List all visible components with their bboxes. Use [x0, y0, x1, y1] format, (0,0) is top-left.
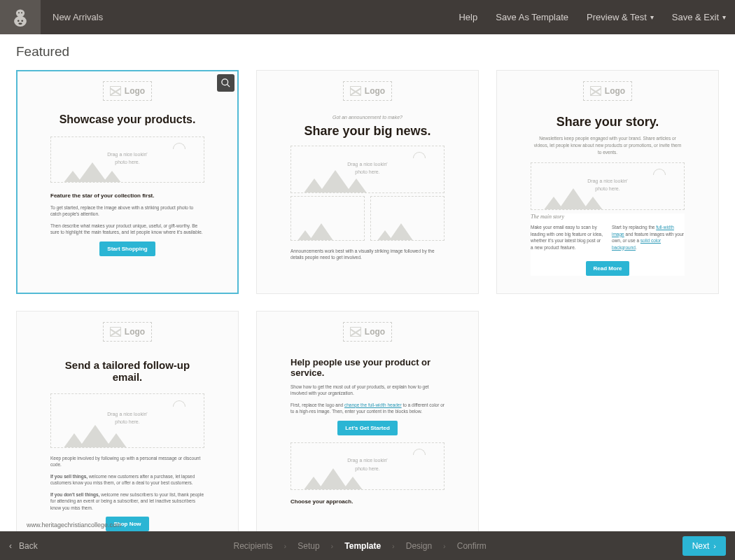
footer-note: Announcements work best with a visually … [290, 248, 444, 261]
svg-point-3 [21, 20, 23, 22]
template-heading: Send a tailored follow-up email. [50, 359, 204, 383]
template-desc: Newsletters keep people engaged with you… [531, 135, 685, 155]
logo-placeholder: Logo [103, 322, 152, 342]
image-placeholder: Drag a nice lookin'photo here. [50, 393, 204, 448]
image-row [290, 196, 444, 241]
template-grid: Logo Showcase your products. Drag a nice… [16, 70, 719, 531]
template-card-educate[interactable]: Logo Help people use your product or ser… [256, 311, 479, 531]
svg-point-6 [21, 12, 22, 13]
body-para: Then describe what makes your product un… [50, 223, 204, 236]
svg-point-4 [18, 22, 22, 24]
body-para: First, replace the logo and change the f… [290, 402, 444, 415]
preview-test-dropdown[interactable]: Preview & Test▾ [578, 0, 663, 34]
canvas: Featured Logo Showcase your products. Dr… [0, 34, 735, 531]
logo-placeholder: Logo [343, 81, 392, 101]
template-heading: Share your big news. [290, 124, 444, 139]
monkey-icon [10, 7, 30, 28]
chevron-right-icon: › [713, 542, 716, 550]
approach-heading: Choose your approach. [290, 498, 444, 505]
mailchimp-logo[interactable] [0, 0, 41, 34]
cta-button: Start Shopping [99, 241, 155, 256]
template-card-follow-up[interactable]: Logo Send a tailored follow-up email. Dr… [16, 311, 239, 531]
chevron-left-icon: ‹ [9, 541, 12, 551]
body-para: Keep people involved by following up wit… [50, 455, 204, 468]
svg-line-8 [227, 84, 230, 87]
back-button[interactable]: ‹ Back [9, 541, 38, 551]
template-heading: Showcase your products. [50, 113, 204, 126]
image-placeholder: Drag a nice lookin'photo here. [290, 146, 444, 193]
body-para: Show how to get the most out of your pro… [290, 384, 444, 397]
logo-placeholder: Logo [583, 81, 632, 101]
logo-placeholder: Logo [343, 322, 392, 342]
topbar: New Arrivals Help Save As Template Previ… [0, 0, 735, 34]
image-placeholder: Drag a nice lookin'photo here. [50, 136, 204, 183]
cta-button: Let's Get Started [337, 421, 398, 435]
save-exit-dropdown[interactable]: Save & Exit▾ [663, 0, 735, 34]
template-heading: Help people use your product or service. [290, 357, 444, 378]
top-right-menu: Help Save As Template Preview & Test▾ Sa… [449, 0, 735, 34]
svg-point-0 [14, 15, 27, 26]
step-recipients[interactable]: Recipients [234, 541, 273, 551]
step-breadcrumb: Recipients› Setup› Template› Design› Con… [234, 541, 486, 551]
svg-point-5 [18, 12, 20, 13]
story-col: Start by replacing the full-width image … [612, 224, 685, 251]
svg-point-2 [18, 20, 20, 22]
step-setup[interactable]: Setup [298, 541, 319, 551]
story-col: Make your email easy to scan by leading … [531, 224, 603, 251]
chevron-down-icon: ▾ [722, 13, 726, 21]
image-placeholder: Drag a nice lookin'photo here. [531, 162, 685, 210]
body-para: If you don't sell things, welcome new su… [50, 491, 204, 511]
template-card-tell-story[interactable]: Logo Share your story. Newsletters keep … [496, 70, 719, 294]
lead-text: Feature the star of your collection firs… [50, 192, 204, 199]
help-link[interactable]: Help [449, 0, 486, 34]
cta-button: Read More [586, 261, 630, 276]
watermark: www.heritagechristiancollege.com [27, 522, 122, 528]
image-placeholder: Drag a nice lookin'photo here. [290, 442, 444, 490]
magnify-icon [220, 78, 231, 88]
chevron-down-icon: ▾ [650, 13, 654, 21]
step-design[interactable]: Design [406, 541, 432, 551]
body-para: If you sell things, welcome new customer… [50, 473, 204, 486]
step-template[interactable]: Template [344, 541, 381, 551]
svg-point-1 [16, 9, 24, 17]
logo-placeholder: Logo [103, 81, 152, 101]
supertitle: Got an announcement to make? [290, 115, 444, 120]
body-para: To get started, replace the image above … [50, 204, 204, 218]
template-card-announcement[interactable]: Logo Got an announcement to make? Share … [256, 70, 479, 294]
next-button[interactable]: Next› [682, 536, 726, 556]
step-confirm[interactable]: Confirm [457, 541, 486, 551]
zoom-button[interactable] [217, 74, 234, 92]
footer-bar: ‹ Back Recipients› Setup› Template› Desi… [0, 531, 735, 560]
template-card-sell-products[interactable]: Logo Showcase your products. Drag a nice… [16, 70, 239, 294]
save-template-link[interactable]: Save As Template [486, 0, 578, 34]
story-label: The main story [531, 214, 685, 220]
svg-point-7 [222, 79, 228, 85]
section-title: Featured [16, 44, 719, 59]
campaign-title: New Arrivals [52, 12, 103, 22]
template-heading: Share your story. [531, 115, 685, 130]
